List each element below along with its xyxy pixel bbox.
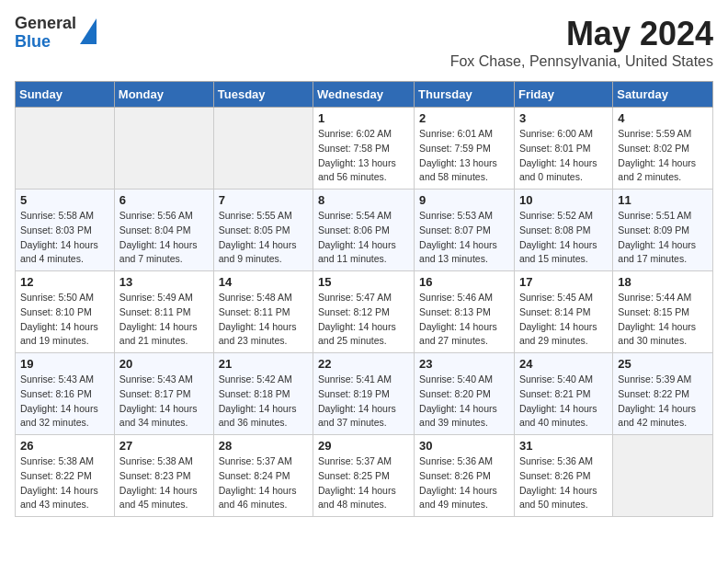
day-info-line: Sunrise: 5:37 AM [318, 455, 392, 466]
calendar-cell: 1Sunrise: 6:02 AMSunset: 7:58 PMDaylight… [313, 108, 415, 190]
calendar-cell: 17Sunrise: 5:45 AMSunset: 8:14 PMDayligh… [514, 271, 612, 353]
day-info-line: Daylight: 14 hours and 0 minutes. [519, 157, 597, 183]
day-info: Sunrise: 6:01 AMSunset: 7:59 PMDaylight:… [419, 127, 509, 185]
week-row-4: 19Sunrise: 5:43 AMSunset: 8:16 PMDayligh… [16, 353, 713, 435]
day-number: 11 [618, 193, 708, 207]
day-info-line: Daylight: 14 hours and 45 minutes. [119, 485, 198, 511]
day-number: 28 [219, 439, 308, 453]
day-info: Sunrise: 5:46 AMSunset: 8:13 PMDaylight:… [419, 291, 509, 349]
day-info-line: Daylight: 14 hours and 23 minutes. [219, 321, 297, 347]
day-number: 25 [618, 357, 708, 371]
day-info: Sunrise: 5:36 AMSunset: 8:26 PMDaylight:… [519, 454, 608, 512]
day-number: 9 [419, 193, 509, 207]
day-info: Sunrise: 5:53 AMSunset: 8:07 PMDaylight:… [419, 209, 509, 267]
day-info-line: Daylight: 14 hours and 9 minutes. [219, 239, 297, 265]
calendar-cell [16, 108, 115, 190]
day-info-line: Daylight: 14 hours and 39 minutes. [419, 403, 497, 429]
day-number: 26 [20, 439, 109, 453]
day-number: 4 [618, 111, 708, 125]
week-row-5: 26Sunrise: 5:38 AMSunset: 8:22 PMDayligh… [16, 435, 713, 517]
day-info-line: Daylight: 14 hours and 40 minutes. [519, 403, 597, 429]
day-info-line: Sunset: 8:20 PM [419, 388, 491, 399]
day-info-line: Daylight: 14 hours and 36 minutes. [219, 403, 297, 429]
calendar-cell: 22Sunrise: 5:41 AMSunset: 8:19 PMDayligh… [313, 353, 415, 435]
day-number: 29 [318, 439, 409, 453]
day-info-line: Sunrise: 5:59 AM [618, 128, 691, 139]
day-info-line: Sunset: 8:18 PM [219, 388, 290, 399]
day-info-line: Sunrise: 5:43 AM [20, 373, 94, 385]
calendar-cell: 25Sunrise: 5:39 AMSunset: 8:22 PMDayligh… [613, 353, 713, 435]
calendar-cell: 23Sunrise: 5:40 AMSunset: 8:20 PMDayligh… [415, 353, 515, 435]
day-number: 7 [219, 193, 308, 207]
day-info-line: Sunrise: 5:46 AM [419, 292, 493, 303]
day-number: 3 [519, 111, 608, 125]
day-number: 21 [219, 357, 308, 371]
day-info-line: Sunrise: 5:49 AM [119, 292, 193, 303]
calendar-cell: 21Sunrise: 5:42 AMSunset: 8:18 PMDayligh… [213, 353, 313, 435]
day-header-friday: Friday [514, 82, 612, 108]
day-number: 13 [119, 275, 209, 289]
day-number: 19 [20, 357, 109, 371]
logo-general: General [15, 15, 76, 33]
calendar-cell: 11Sunrise: 5:51 AMSunset: 8:09 PMDayligh… [613, 190, 713, 271]
day-info-line: Daylight: 14 hours and 50 minutes. [519, 485, 597, 511]
day-number: 15 [318, 275, 409, 289]
day-info-line: Sunrise: 5:55 AM [219, 210, 292, 221]
day-info-line: Daylight: 14 hours and 29 minutes. [519, 321, 597, 347]
day-number: 18 [618, 275, 708, 289]
calendar-cell: 24Sunrise: 5:40 AMSunset: 8:21 PMDayligh… [514, 353, 612, 435]
week-row-2: 5Sunrise: 5:58 AMSunset: 8:03 PMDaylight… [16, 190, 713, 271]
day-info-line: Sunrise: 6:01 AM [419, 128, 493, 139]
day-info-line: Daylight: 14 hours and 17 minutes. [618, 239, 696, 265]
day-number: 17 [519, 275, 608, 289]
day-info-line: Sunset: 8:08 PM [519, 224, 591, 236]
day-info-line: Sunrise: 5:56 AM [119, 210, 193, 221]
day-info-line: Sunrise: 5:44 AM [618, 292, 691, 303]
day-number: 5 [20, 193, 109, 207]
day-info: Sunrise: 5:36 AMSunset: 8:26 PMDaylight:… [419, 454, 509, 512]
calendar-cell: 29Sunrise: 5:37 AMSunset: 8:25 PMDayligh… [313, 435, 415, 517]
day-info-line: Daylight: 14 hours and 37 minutes. [318, 403, 396, 429]
calendar-cell: 6Sunrise: 5:56 AMSunset: 8:04 PMDaylight… [114, 190, 213, 271]
day-info-line: Sunset: 8:02 PM [618, 143, 689, 154]
day-info: Sunrise: 5:52 AMSunset: 8:08 PMDaylight:… [519, 209, 608, 267]
day-number: 8 [318, 193, 409, 207]
day-number: 2 [419, 111, 509, 125]
day-header-sunday: Sunday [16, 82, 115, 108]
calendar-cell: 30Sunrise: 5:36 AMSunset: 8:26 PMDayligh… [415, 435, 515, 517]
day-number: 24 [519, 357, 608, 371]
day-info-line: Daylight: 14 hours and 42 minutes. [618, 403, 696, 429]
day-info-line: Sunrise: 5:36 AM [519, 455, 593, 466]
day-info-line: Sunset: 8:04 PM [119, 224, 191, 236]
calendar-cell: 20Sunrise: 5:43 AMSunset: 8:17 PMDayligh… [114, 353, 213, 435]
day-header-thursday: Thursday [415, 82, 515, 108]
day-info-line: Sunset: 8:16 PM [20, 388, 92, 399]
day-info-line: Daylight: 14 hours and 11 minutes. [318, 239, 396, 265]
day-info-line: Sunrise: 5:37 AM [219, 455, 292, 466]
day-info-line: Sunrise: 5:53 AM [419, 210, 493, 221]
day-info-line: Sunset: 8:24 PM [219, 470, 290, 481]
day-info-line: Sunrise: 5:40 AM [419, 373, 493, 385]
day-info-line: Daylight: 14 hours and 34 minutes. [119, 403, 198, 429]
day-info-line: Sunrise: 6:00 AM [519, 128, 593, 139]
calendar-subtitle: Fox Chase, Pennsylvania, United States [450, 53, 713, 70]
day-info-line: Sunrise: 5:54 AM [318, 210, 392, 221]
day-info-line: Sunset: 8:13 PM [419, 306, 491, 317]
calendar-cell [114, 108, 213, 190]
day-info-line: Sunset: 8:17 PM [119, 388, 191, 399]
logo-blue: Blue [15, 33, 76, 52]
day-info-line: Daylight: 14 hours and 7 minutes. [119, 239, 198, 265]
day-info: Sunrise: 5:55 AMSunset: 8:05 PMDaylight:… [219, 209, 308, 267]
day-info: Sunrise: 5:58 AMSunset: 8:03 PMDaylight:… [20, 209, 109, 267]
calendar-cell: 2Sunrise: 6:01 AMSunset: 7:59 PMDaylight… [415, 108, 515, 190]
day-info-line: Sunset: 8:26 PM [419, 470, 491, 481]
calendar-cell: 14Sunrise: 5:48 AMSunset: 8:11 PMDayligh… [213, 271, 313, 353]
calendar-cell: 13Sunrise: 5:49 AMSunset: 8:11 PMDayligh… [114, 271, 213, 353]
day-info: Sunrise: 5:56 AMSunset: 8:04 PMDaylight:… [119, 209, 209, 267]
day-info-line: Sunset: 8:06 PM [318, 224, 390, 236]
logo: General Blue [15, 15, 97, 52]
day-info-line: Sunset: 8:12 PM [318, 306, 390, 317]
day-info-line: Daylight: 14 hours and 49 minutes. [419, 485, 497, 511]
day-number: 22 [318, 357, 409, 371]
calendar-cell: 12Sunrise: 5:50 AMSunset: 8:10 PMDayligh… [16, 271, 115, 353]
